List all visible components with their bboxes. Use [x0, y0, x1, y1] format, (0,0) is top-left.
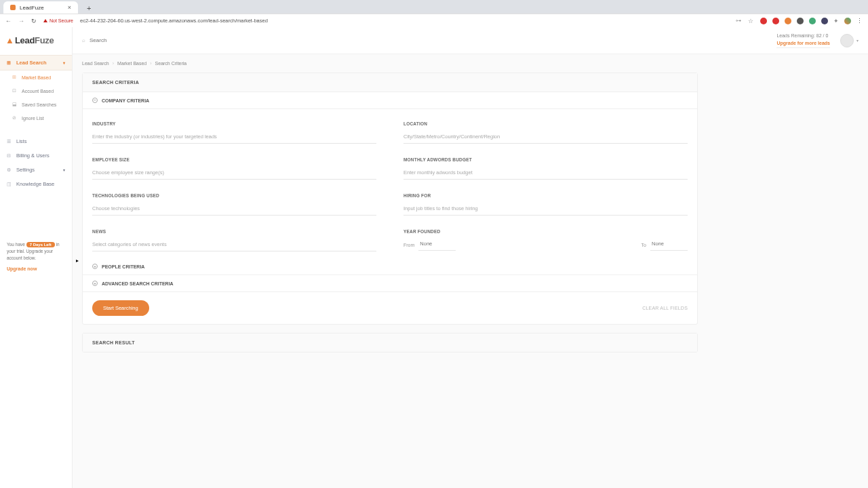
- security-indicator[interactable]: Not Secure: [43, 18, 73, 23]
- app-shell: ▲ LeadFuze ⊞ Lead Search ▾ ⊞ Market Base…: [0, 27, 868, 488]
- url-field[interactable]: ec2-44-232-204-60.us-west-2.compute.amaz…: [80, 18, 729, 24]
- reload-button[interactable]: ↻: [31, 18, 37, 24]
- expand-icon: +: [92, 264, 98, 269]
- company-criteria-body: INDUSTRY LOCATION EMPLOYEE SIZE MONTHLY …: [83, 109, 697, 258]
- sidebar-item-settings[interactable]: ⚙ Settings ▾: [0, 163, 72, 177]
- warning-icon: [43, 19, 47, 22]
- profile-icon[interactable]: [844, 18, 851, 24]
- section-people-criteria[interactable]: + PEOPLE CRITERIA: [83, 258, 697, 275]
- industry-input[interactable]: [92, 131, 376, 144]
- tab-close-icon[interactable]: ×: [68, 4, 71, 11]
- account-icon: ⊡: [12, 88, 18, 94]
- market-icon: ⊞: [12, 75, 18, 80]
- sidebar-item-market-based[interactable]: ⊞ Market Based: [0, 70, 72, 84]
- chevron-right-icon: ›: [150, 61, 151, 66]
- breadcrumb: Lead Search › Market Based › Search Crit…: [82, 61, 859, 66]
- collapse-icon: −: [92, 98, 98, 103]
- section-company-criteria[interactable]: − COMPANY CRITERIA: [83, 92, 697, 109]
- bookmark-star-icon[interactable]: ☆: [748, 18, 753, 24]
- global-search: ⌕: [82, 37, 776, 43]
- search-input[interactable]: [90, 37, 776, 43]
- search-icon: ⌕: [82, 37, 85, 43]
- chevron-down-icon: ▾: [63, 167, 65, 172]
- ext-icon[interactable]: [809, 18, 816, 24]
- search-criteria-panel: SEARCH CRITERIA − COMPANY CRITERIA INDUS…: [82, 73, 698, 325]
- tab-title: LeadFuze: [20, 5, 44, 11]
- field-employee-size: EMPLOYEE SIZE: [92, 157, 376, 180]
- key-icon[interactable]: ⊶: [736, 18, 741, 24]
- year-to-select[interactable]: None: [650, 239, 688, 251]
- lists-icon: ☰: [7, 139, 12, 144]
- forward-button[interactable]: →: [18, 18, 24, 24]
- save-icon: ⬓: [12, 102, 18, 107]
- chevron-down-icon: ▾: [63, 60, 65, 65]
- expand-icon: +: [92, 281, 98, 286]
- ext-icon[interactable]: [760, 18, 767, 24]
- extensions-icon[interactable]: ✦: [833, 18, 839, 24]
- extensions-bar: ✦ ⋮: [760, 18, 863, 24]
- upgrade-now-link[interactable]: Upgrade now: [7, 266, 65, 273]
- chevron-down-icon: ▾: [856, 38, 859, 43]
- field-year-founded: YEAR FOUNDED From None To None: [403, 229, 688, 251]
- gear-icon: ⚙: [7, 167, 12, 173]
- adwords-input[interactable]: [403, 167, 688, 180]
- field-adwords: MONTHLY ADWORDS BUDGET: [403, 157, 688, 180]
- leads-remaining: Leads Remaining: 82 / 0 Upgrade for more…: [776, 33, 830, 48]
- technologies-input[interactable]: [92, 203, 376, 216]
- hiring-input[interactable]: [403, 203, 688, 216]
- cursor-icon: ▸: [76, 258, 79, 264]
- sidebar-item-lead-search[interactable]: ⊞ Lead Search ▾: [0, 55, 72, 70]
- back-button[interactable]: ←: [5, 18, 12, 24]
- address-bar: ← → ↻ Not Secure ec2-44-232-204-60.us-we…: [0, 14, 868, 27]
- breadcrumb-item[interactable]: Market Based: [117, 61, 146, 66]
- sidebar-item-lists[interactable]: ☰ Lists: [0, 134, 72, 148]
- ext-icon[interactable]: [772, 18, 779, 24]
- start-searching-button[interactable]: Start Searching: [92, 300, 149, 316]
- field-industry: INDUSTRY: [92, 121, 376, 144]
- main-panel: ⌕ Leads Remaining: 82 / 0 Upgrade for mo…: [73, 27, 868, 488]
- news-input[interactable]: [92, 239, 376, 251]
- breadcrumb-item[interactable]: Lead Search: [82, 61, 109, 66]
- actions-row: Start Searching CLEAR ALL FIELDS: [83, 291, 697, 324]
- section-advanced-criteria[interactable]: + ADVANCED SEARCH CRITERIA: [83, 275, 697, 291]
- avatar: [840, 34, 854, 47]
- ignore-icon: ⊘: [12, 115, 18, 121]
- sidebar-item-account-based[interactable]: ⊡ Account Based: [0, 84, 72, 98]
- chevron-right-icon: ›: [113, 61, 114, 66]
- top-bar: ⌕ Leads Remaining: 82 / 0 Upgrade for mo…: [73, 27, 868, 54]
- panel-title: SEARCH CRITERIA: [83, 73, 697, 92]
- browser-chrome: LeadFuze × + ← → ↻ Not Secure ec2-44-232…: [0, 0, 868, 27]
- content: Lead Search › Market Based › Search Crit…: [73, 54, 868, 488]
- field-news: NEWS: [92, 229, 376, 251]
- clear-all-link[interactable]: CLEAR ALL FIELDS: [642, 306, 688, 310]
- field-hiring: HIRING FOR: [403, 193, 688, 216]
- year-from-select[interactable]: None: [418, 239, 456, 251]
- new-tab-button[interactable]: +: [83, 3, 94, 14]
- sidebar: ▲ LeadFuze ⊞ Lead Search ▾ ⊞ Market Base…: [0, 27, 73, 488]
- sidebar-item-saved-searches[interactable]: ⬓ Saved Searches: [0, 98, 72, 111]
- field-location: LOCATION: [403, 121, 688, 144]
- favicon: [10, 5, 16, 10]
- menu-icon[interactable]: ⋮: [856, 18, 863, 24]
- panel-title: SEARCH RESULT: [83, 333, 697, 352]
- flame-icon: ▲: [5, 35, 14, 45]
- browser-tab[interactable]: LeadFuze ×: [3, 1, 78, 14]
- breadcrumb-item: Search Criteria: [155, 61, 187, 66]
- sidebar-item-ignore-list[interactable]: ⊘ Ignore List: [0, 111, 72, 125]
- search-result-panel: SEARCH RESULT: [82, 333, 698, 352]
- employee-size-input[interactable]: [92, 167, 376, 180]
- user-menu[interactable]: ▾: [840, 34, 859, 47]
- tabs-bar: LeadFuze × +: [0, 0, 868, 14]
- upgrade-more-link[interactable]: Upgrade for more leads: [776, 41, 830, 45]
- search-icon: ⊞: [7, 60, 12, 66]
- ext-icon[interactable]: [821, 18, 828, 24]
- logo[interactable]: ▲ LeadFuze: [0, 27, 72, 52]
- ext-icon[interactable]: [785, 18, 791, 24]
- billing-icon: ⊟: [7, 153, 12, 159]
- location-input[interactable]: [403, 131, 688, 144]
- sidebar-item-knowledge[interactable]: ◫ Knowledge Base: [0, 177, 72, 191]
- ext-icon[interactable]: [797, 18, 804, 24]
- trial-notice: You have 7 Days Left in your trial. Upgr…: [0, 236, 72, 278]
- trial-badge: 7 Days Left: [26, 242, 55, 247]
- sidebar-item-billing[interactable]: ⊟ Billing & Users: [0, 148, 72, 163]
